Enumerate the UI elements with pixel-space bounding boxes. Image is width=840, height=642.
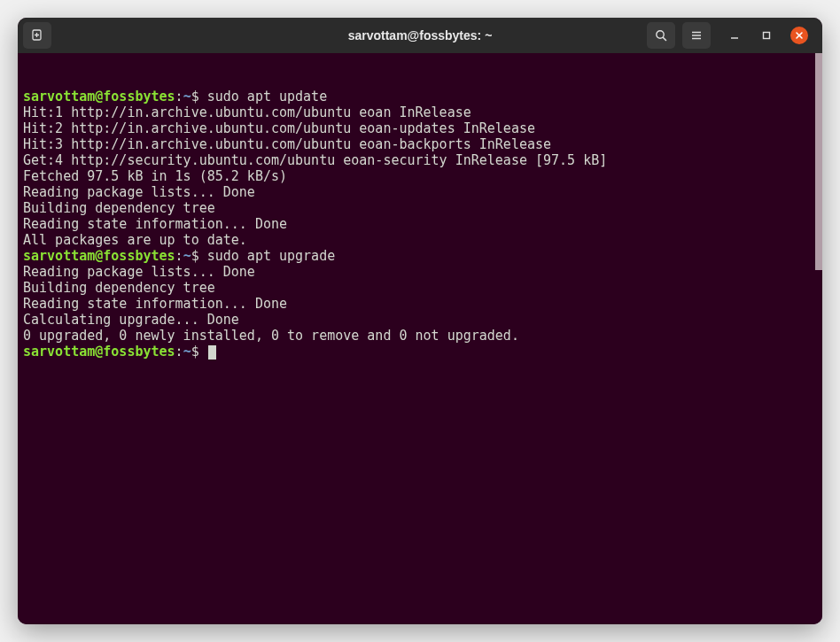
output-line: Get:4 http://security.ubuntu.com/ubuntu … [23,152,817,168]
menu-button[interactable] [682,22,711,49]
minimize-button[interactable] [727,27,743,43]
maximize-icon [762,31,771,40]
output-line: Hit:3 http://in.archive.ubuntu.com/ubunt… [23,136,817,152]
output-line: Reading state information... Done [23,296,817,312]
prompt-user-host: sarvottam@fossbytes [23,248,175,264]
prompt-symbol: $ [191,344,207,360]
command-text: sudo apt upgrade [207,248,336,264]
prompt-line: sarvottam@fossbytes:~$ sudo apt update [23,89,817,104]
prompt-symbol: $ [191,248,207,264]
prompt-separator: : [175,248,183,264]
output-line: Hit:1 http://in.archive.ubuntu.com/ubunt… [23,104,817,120]
minimize-icon [730,31,739,40]
prompt-line: sarvottam@fossbytes:~$ sudo apt upgrade [23,248,817,264]
prompt-user-host: sarvottam@fossbytes [23,89,175,104]
hamburger-icon [689,28,704,43]
prompt-separator: : [175,344,183,360]
output-line: Reading state information... Done [23,216,817,232]
cursor [208,345,216,360]
new-tab-icon [30,28,44,43]
command-text: sudo apt update [207,89,327,104]
scrollbar[interactable] [815,53,822,270]
prompt-symbol: $ [191,89,207,104]
svg-rect-9 [764,33,770,39]
titlebar: sarvottam@fossbytes: ~ [18,18,822,53]
terminal-body[interactable]: sarvottam@fossbytes:~$ sudo apt updateHi… [18,53,822,624]
prompt-line: sarvottam@fossbytes:~$ [23,344,817,360]
prompt-path: ~ [183,344,191,360]
output-line: Reading package lists... Done [23,184,817,200]
prompt-user-host: sarvottam@fossbytes [23,344,175,360]
output-line: Building dependency tree [23,280,817,296]
output-line: Calculating upgrade... Done [23,312,817,328]
prompt-path: ~ [183,248,191,264]
terminal-window: sarvottam@fossbytes: ~ [18,18,822,624]
output-line: All packages are up to date. [23,232,817,248]
output-line: 0 upgraded, 0 newly installed, 0 to remo… [23,328,817,344]
output-line: Reading package lists... Done [23,264,817,280]
new-tab-button[interactable] [23,22,51,49]
search-button[interactable] [647,22,675,49]
output-line: Building dependency tree [23,200,817,216]
close-button[interactable] [790,27,808,44]
svg-line-4 [663,37,665,40]
maximize-button[interactable] [758,27,774,43]
prompt-separator: : [175,89,183,104]
prompt-path: ~ [183,89,191,104]
output-line: Hit:2 http://in.archive.ubuntu.com/ubunt… [23,120,817,136]
output-line: Fetched 97.5 kB in 1s (85.2 kB/s) [23,168,817,184]
search-icon [654,28,668,43]
close-icon [795,31,804,40]
